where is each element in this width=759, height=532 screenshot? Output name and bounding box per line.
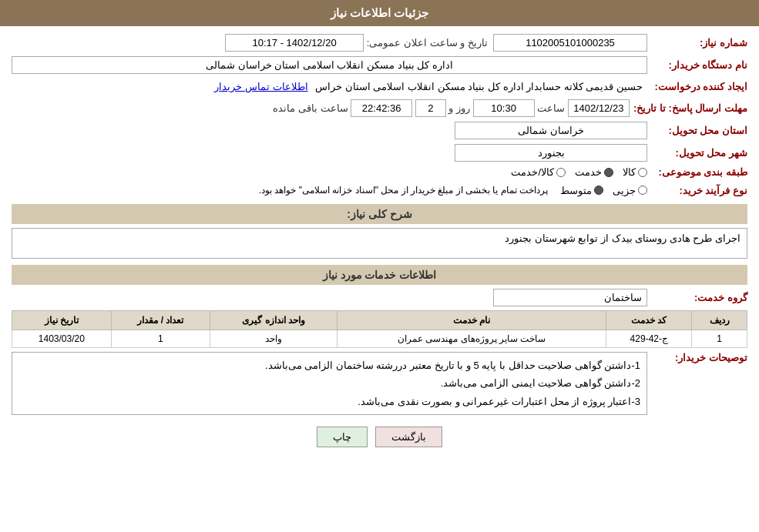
need-description-title: شرح کلی نیاز: (12, 204, 747, 224)
purchase-type-description: پرداخت تمام یا بخشی از مبلغ خریدار از مح… (254, 182, 552, 198)
radio-khadamat-icon (604, 168, 613, 177)
purchase-type-radio-group: جزیی متوسط (560, 185, 647, 196)
deadline-days-value: 2 (415, 99, 446, 117)
col-date: تاریخ نیاز (12, 311, 112, 330)
category-row: طبقه بندی موضوعی: کالا خدمت کالا/خدمت (12, 166, 747, 178)
services-section-title: اطلاعات خدمات مورد نیاز (12, 265, 747, 285)
print-button[interactable]: چاپ (317, 427, 368, 447)
table-cell-unit_type: واحد (210, 330, 338, 348)
announcement-date-value: 1402/12/20 - 10:17 (225, 34, 364, 52)
table-row: 1ج-42-429ساخت سایر پروژه‌های مهندسی عمرا… (12, 330, 747, 348)
deadline-date-value: 1402/12/23 (568, 99, 630, 117)
purchase-jozi[interactable]: جزیی (613, 185, 647, 196)
radio-kala-label: کالا (623, 166, 636, 178)
purchase-motevasset[interactable]: متوسط (560, 185, 603, 196)
category-kala-khadamat[interactable]: کالا/خدمت (511, 166, 566, 178)
page-wrapper: جزئیات اطلاعات نیاز شماره نیاز: 11020051… (0, 0, 759, 532)
table-cell-code: ج-42-429 (606, 330, 692, 348)
service-group-label: گروه خدمت: (647, 292, 747, 303)
deadline-label: مهلت ارسال پاسخ: تا تاریخ: (630, 102, 747, 114)
requester-value: حسین قدیمی کلاته حسابدار اداره کل بنیاد … (311, 79, 647, 95)
need-number-row: شماره نیاز: 1102005101000235 تاریخ و ساع… (12, 34, 747, 52)
deadline-time-value: 10:30 (473, 99, 535, 117)
col-count: تعداد / مقدار (111, 311, 210, 330)
category-radio-group: کالا خدمت کالا/خدمت (511, 166, 647, 178)
category-khadamat[interactable]: خدمت (575, 166, 613, 178)
col-service-code: کد خدمت (606, 311, 692, 330)
time-label: ساعت (537, 102, 565, 114)
col-unit: واحد اندازه گیری (210, 311, 338, 330)
table-cell-date: 1403/03/20 (12, 330, 112, 348)
radio-kala-icon (638, 168, 647, 177)
col-service-name: نام خدمت (337, 311, 606, 330)
need-number-value: 1102005101000235 (493, 34, 647, 52)
main-content: شماره نیاز: 1102005101000235 تاریخ و ساع… (0, 26, 759, 463)
table-cell-count: 1 (111, 330, 210, 348)
requester-contact-link[interactable]: اطلاعات تماس خریدار (214, 81, 307, 92)
buyer-notes-box: 1-داشتن گواهی صلاحیت حداقل با پایه 5 و ب… (12, 352, 647, 415)
need-number-label: شماره نیاز: (647, 37, 747, 49)
service-group-row: گروه خدمت: ساختمان (12, 289, 747, 306)
days-label: روز و (448, 102, 470, 114)
radio-kala-khadamat-icon (556, 168, 566, 177)
requester-label: ایجاد کننده درخواست: (647, 81, 747, 92)
table-cell-name: ساخت سایر پروژه‌های مهندسی عمران (337, 330, 606, 348)
services-table-container: ردیف کد خدمت نام خدمت واحد اندازه گیری ت… (12, 310, 747, 348)
city-label: شهر محل تحویل: (647, 147, 747, 159)
deadline-row: مهلت ارسال پاسخ: تا تاریخ: 1402/12/23 سا… (12, 99, 747, 117)
deadline-remaining-value: 22:42:36 (351, 99, 412, 117)
category-label: طبقه بندی موضوعی: (647, 166, 747, 178)
province-label: استان محل تحویل: (647, 125, 747, 136)
purchase-type-row: نوع فرآیند خرید: جزیی متوسط پرداخت تمام … (12, 182, 747, 198)
back-button[interactable]: بازگشت (375, 427, 442, 447)
radio-motevasset-label: متوسط (560, 185, 592, 196)
services-table: ردیف کد خدمت نام خدمت واحد اندازه گیری ت… (12, 310, 747, 348)
buyer-org-row: نام دستگاه خریدار: اداره کل بنیاد مسکن ا… (12, 56, 747, 74)
footer-buttons: بازگشت چاپ (12, 427, 747, 447)
buyer-notes-row: توصیحات خریدار: 1-داشتن گواهی صلاحیت حدا… (12, 352, 747, 415)
radio-khadamat-label: خدمت (575, 166, 602, 178)
city-value: بجنورد (455, 144, 647, 162)
province-value: خراسان شمالی (455, 122, 647, 139)
radio-motevasset-icon (594, 186, 603, 195)
province-row: استان محل تحویل: خراسان شمالی (12, 122, 747, 139)
table-cell-row: 1 (692, 330, 747, 348)
radio-jozi-label: جزیی (613, 185, 636, 196)
requester-row: ایجاد کننده درخواست: حسین قدیمی کلاته حس… (12, 79, 747, 95)
announcement-date-label: تاریخ و ساعت اعلان عمومی: (367, 37, 488, 49)
city-row: شهر محل تحویل: بجنورد (12, 144, 747, 162)
buyer-notes-label: توصیحات خریدار: (647, 352, 747, 363)
col-row-num: ردیف (692, 311, 747, 330)
radio-kala-khadamat-label: کالا/خدمت (511, 166, 554, 178)
page-header: جزئیات اطلاعات نیاز (0, 0, 759, 26)
need-description-box: اجرای طرح هادی روستای بیدک از توابع شهرس… (12, 228, 747, 259)
service-group-value: ساختمان (493, 289, 647, 306)
need-description-row: اجرای طرح هادی روستای بیدک از توابع شهرس… (12, 228, 747, 259)
buyer-org-label: نام دستگاه خریدار: (647, 59, 747, 71)
radio-jozi-icon (638, 186, 647, 195)
page-title: جزئیات اطلاعات نیاز (331, 6, 428, 19)
remaining-label: ساعت باقی مانده (273, 102, 348, 114)
buyer-org-value: اداره کل بنیاد مسکن انقلاب اسلامی استان … (12, 56, 647, 74)
table-header-row: ردیف کد خدمت نام خدمت واحد اندازه گیری ت… (12, 311, 747, 330)
purchase-type-label: نوع فرآیند خرید: (647, 185, 747, 196)
category-kala[interactable]: کالا (623, 166, 647, 178)
